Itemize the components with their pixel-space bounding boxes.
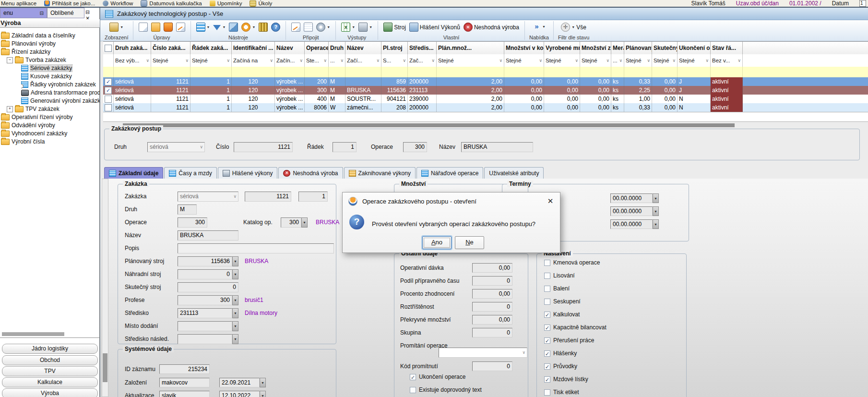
checkbox-ukonceni-operace[interactable]: ✓Ukončení operace xyxy=(410,373,465,380)
column-header[interactable]: MerJ xyxy=(611,42,624,54)
module-button-obchod[interactable]: Obchod xyxy=(2,355,98,365)
module-button-vyroba[interactable]: Výroba xyxy=(2,388,98,397)
stredisko-nasled-lookup-button[interactable]: ▼ xyxy=(232,334,238,344)
stredisko-link[interactable]: Dílna motory xyxy=(245,310,277,316)
column-header[interactable]: Druh xyxy=(329,42,345,54)
aktualizace-date-spinner[interactable]: ▼ xyxy=(260,391,266,397)
operace-field[interactable]: 300 xyxy=(178,217,207,228)
checkbox-mzdove-listky[interactable]: ✓Mzdové lístky xyxy=(544,376,588,383)
tree-item-tvorba-zakazek[interactable]: −Tvorba zakázek xyxy=(7,56,106,64)
settings-button[interactable] xyxy=(258,22,269,33)
column-header[interactable]: Operace xyxy=(305,42,329,54)
checkbox-kapacitne-bilancovat[interactable]: ✓Kapacitně bilancovat xyxy=(544,324,606,331)
checkbox-baleni[interactable]: Balení xyxy=(544,285,570,292)
stredisko-nasled-field[interactable] xyxy=(178,334,232,344)
attach-media-button[interactable]: ▼ xyxy=(315,22,331,33)
no-button[interactable]: Ne xyxy=(455,236,484,249)
filter-dropdown[interactable]: ...∨ xyxy=(329,54,345,67)
checkbox-pruvodky[interactable]: ✓Průvodky xyxy=(544,363,577,370)
history-button[interactable]: ▼ xyxy=(240,22,256,33)
zakazka-radek-field[interactable]: 1 xyxy=(298,192,328,202)
collapse-icon[interactable]: − xyxy=(7,57,13,63)
tree-item-rizeni-zakazky[interactable]: Řízení zakázky xyxy=(1,48,100,56)
skutecny-termin-spinner[interactable]: ▼ xyxy=(653,219,659,229)
zalozeni-date-field[interactable]: 22.09.2021 xyxy=(219,378,260,387)
column-header[interactable]: Název xyxy=(345,42,381,54)
column-header[interactable]: Druh zaká... xyxy=(114,42,151,54)
skutecny-termin-field[interactable]: 00.00.0000 xyxy=(610,219,653,229)
filter-dropdown[interactable]: S...∨ xyxy=(381,54,408,67)
stredisko-field[interactable]: 231113 xyxy=(178,308,232,318)
filter-dropdown[interactable]: Bez výb...∨ xyxy=(114,54,151,67)
profese-link[interactable]: brusič1 xyxy=(245,297,263,303)
tree-item-zakladni-data[interactable]: Základní data a číselníky xyxy=(1,32,100,39)
column-header[interactable]: Číslo zaká... xyxy=(151,42,190,54)
ukonceni-spinner[interactable]: ▼ xyxy=(653,206,659,216)
postup-radek-field[interactable]: 1 xyxy=(333,142,357,152)
filter-dropdown[interactable]: Začíná na∨ xyxy=(232,54,275,67)
filter-button[interactable]: ▼ xyxy=(212,23,226,31)
view-button[interactable]: ▼ xyxy=(108,22,124,33)
checkbox-preruseni-prace[interactable]: ✓Přerušení práce xyxy=(544,337,594,344)
export-excel-button[interactable]: x▼ xyxy=(340,22,356,33)
module-button-kalkulace[interactable]: Kalkulace xyxy=(2,377,98,387)
tree-item-vyhodnoceni-zakazky[interactable]: Vyhodnocení zakázky xyxy=(1,130,100,137)
column-header[interactable]: Vyrobené mno... xyxy=(544,42,580,54)
filter-dropdown[interactable]: Stejné∨ xyxy=(544,54,580,67)
close-icon[interactable]: ✕ xyxy=(546,196,555,206)
tree-item-odvadeni-vyroby[interactable]: Odvádění výroby xyxy=(1,121,100,129)
postup-druh-dropdown[interactable]: sériová∨ xyxy=(147,142,205,152)
planovany-stroj-field[interactable]: 115636 xyxy=(178,256,232,266)
zahajeni-field[interactable]: 00.00.0000 xyxy=(610,193,653,203)
yes-button[interactable]: Ano xyxy=(422,236,452,249)
tab-naradove-operace[interactable]: Nářaďové operace xyxy=(416,167,483,179)
scrollbar-thumb[interactable] xyxy=(103,353,107,382)
nazev-field[interactable]: BRUSKA xyxy=(178,230,238,241)
column-header[interactable]: Identifikační ... xyxy=(232,42,275,54)
aktualizace-date-field[interactable]: 12.10.2022 xyxy=(219,391,260,397)
popis-field[interactable] xyxy=(178,243,334,253)
procento-zhodnoceni-field[interactable]: 0,00 xyxy=(472,289,512,299)
zakazka-cislo-field[interactable]: 1121 xyxy=(245,192,291,202)
module-button-tpv[interactable]: TPV xyxy=(2,366,98,376)
id-zaznamu-field[interactable]: 215234 xyxy=(159,364,210,374)
menu-login-as[interactable]: Přihlásit se jako... xyxy=(44,0,95,6)
zalozeni-date-spinner[interactable]: ▼ xyxy=(260,378,266,387)
grid-row-operace-8006[interactable]: sériová1121 1120 výrobek ...8006 Wzámečn… xyxy=(103,103,868,112)
stroj-button[interactable]: Stroj xyxy=(382,22,407,33)
neshodna-vyroba-button[interactable]: ✕Neshodná výroba xyxy=(463,22,520,33)
menu-workflow[interactable]: Workflow xyxy=(103,0,133,6)
column-header[interactable]: Množství zm... xyxy=(580,42,611,54)
filter-dropdown[interactable]: Stejné∨ xyxy=(580,54,611,67)
delete-record-button[interactable] xyxy=(163,22,174,33)
attach-note-button[interactable] xyxy=(290,22,301,33)
table-tools-button[interactable]: ▼ xyxy=(195,22,211,33)
druh-field[interactable]: M xyxy=(178,205,197,215)
row-checkbox[interactable] xyxy=(105,96,112,103)
form-vertical-scrollbar[interactable] xyxy=(102,179,108,397)
checkbox-kmenova-operace[interactable]: Kmenová operace xyxy=(544,259,600,266)
tab-casy-a-mzdy[interactable]: Časy a mzdy xyxy=(164,167,216,179)
planovany-stroj-link[interactable]: BRUSKA xyxy=(245,258,268,265)
filter-dropdown[interactable]: Zač...∨ xyxy=(408,54,437,67)
checkbox-existuje-doprovodny-text[interactable]: Existuje doprovodný text xyxy=(410,386,482,393)
tab-neshodna-vyroba[interactable]: ✕Neshodná výroba xyxy=(278,167,343,179)
grid-horizontal-scrollbar[interactable] xyxy=(103,121,868,129)
filter-dropdown[interactable]: Bez v...∨ xyxy=(711,54,743,67)
skutecny-stroj-field[interactable]: 0 xyxy=(178,282,238,292)
postup-nazev-field[interactable]: BRUSKA xyxy=(461,142,533,152)
planovany-stroj-lookup-button[interactable]: ▼ xyxy=(232,256,238,266)
katalog-op-field[interactable]: 300 xyxy=(281,217,301,228)
checkbox-lisovani[interactable]: Lisování xyxy=(544,272,575,279)
checkbox-tisk-etiket[interactable]: Tisk etiket xyxy=(544,389,579,396)
row-checkbox[interactable]: ✓ xyxy=(105,87,112,94)
stredisko-lookup-button[interactable]: ▼ xyxy=(232,308,238,318)
roztristenost-field[interactable]: 0 xyxy=(472,302,512,312)
grid-row-operace-200[interactable]: ✓ sériová1121 1120 výrobek ...200 M 8592… xyxy=(103,77,868,86)
checkbox-hlasenky[interactable]: ✓Hlášenky xyxy=(544,350,577,357)
merge-button[interactable] xyxy=(228,22,239,33)
menu-date-calculator[interactable]: Datumová kalkulačka xyxy=(141,0,202,7)
tab-zaknihovane-vykony[interactable]: Zaknihované výkony xyxy=(344,167,416,179)
filter-dropdown[interactable]: Stejné∨ xyxy=(437,54,504,67)
ukonceni-field[interactable]: 00.00.0000 xyxy=(610,206,653,216)
